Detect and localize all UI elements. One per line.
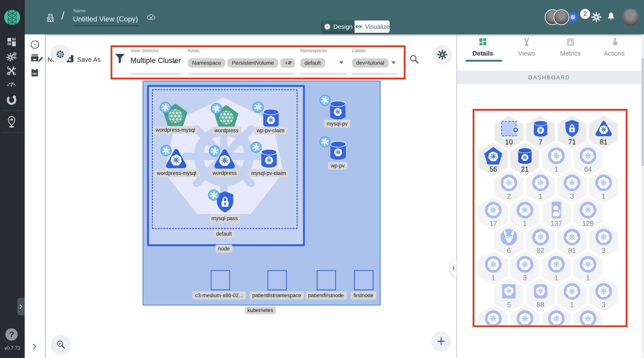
cylinder-component[interactable] — [328, 140, 348, 161]
node-square[interactable] — [354, 270, 374, 290]
component-label: c3-medium-x86-02... — [192, 291, 246, 299]
cylinder-component[interactable] — [328, 100, 348, 121]
meshery-spiral-badge-icon — [208, 189, 220, 201]
tab-views[interactable]: Views — [505, 37, 548, 57]
hex-k8s-circle[interactable]: 2 — [494, 170, 524, 203]
hex-count: 1 — [574, 274, 602, 282]
hex-k8s-circle[interactable]: 1 — [558, 278, 586, 312]
hex-count: 81 — [558, 247, 586, 255]
hex-k8s-circle[interactable] — [542, 306, 571, 325]
k8s-circle-icon — [579, 309, 597, 325]
tab-label: Metrics — [560, 50, 580, 57]
k8s-circle-icon — [500, 174, 518, 192]
panel-scrollbar-thumb[interactable] — [642, 58, 644, 166]
component-label: wordpress-mysql — [153, 126, 198, 134]
hex-k8s-circle[interactable]: 1 — [479, 251, 508, 285]
hex-k8s-circle[interactable]: 1 — [589, 170, 618, 203]
meshery-spiral-badge-icon — [160, 145, 172, 157]
hex-k8s-circle[interactable] — [479, 306, 508, 325]
hex-count: 2 — [494, 192, 524, 200]
tab-actions[interactable]: Actions — [592, 37, 636, 57]
hex-k8s-roundsquare[interactable]: 88 — [526, 278, 555, 312]
cylinder-component[interactable] — [260, 148, 279, 169]
hex-count: 1 — [589, 192, 618, 200]
hex-count: 3 — [589, 301, 618, 309]
hex-rounded-triangle[interactable]: 81 — [589, 116, 618, 149]
k8s-circle-icon — [547, 255, 566, 273]
node-square[interactable] — [268, 270, 287, 290]
namespace-container-label: default — [213, 230, 234, 238]
hex-k8s-circle[interactable]: 1 — [542, 251, 571, 285]
hex-k8s-circle[interactable]: 82 — [526, 224, 555, 257]
hex-pvc-cylinder[interactable]: 7 — [526, 116, 555, 149]
k8s-circle-icon — [484, 309, 502, 325]
node-square[interactable] — [211, 270, 230, 290]
tab-views-icon — [522, 37, 532, 47]
hex-k8s-circle[interactable] — [574, 306, 602, 325]
component-label: mysql-pass — [209, 215, 241, 222]
hex-namespace-dashed[interactable]: 10 — [494, 116, 524, 149]
hex-count: 10 — [494, 138, 524, 146]
hex-count: 1 — [542, 165, 571, 173]
k8s-circle-icon — [594, 282, 613, 300]
hex-horned-face[interactable]: 6 — [494, 224, 524, 257]
hex-count: 137 — [542, 220, 571, 228]
node-square[interactable] — [317, 270, 336, 290]
component-flower-button[interactable] — [50, 45, 70, 64]
add-button[interactable] — [432, 331, 451, 351]
meshery-spiral-badge-icon — [250, 141, 262, 153]
hex-k8s-circle[interactable]: 3 — [589, 224, 618, 257]
hex-k8s-circle[interactable]: 1 — [510, 197, 540, 230]
cylinder-component[interactable] — [261, 108, 280, 129]
node-pentagon-icon — [484, 147, 502, 165]
hex-k8s-circle[interactable]: 1 — [526, 170, 555, 203]
hex-node-pentagon[interactable]: 56 — [479, 143, 508, 176]
k8s-circle-icon — [563, 282, 581, 300]
k8s-circle-icon — [563, 228, 581, 246]
hex-count: 1 — [479, 274, 508, 282]
hex-count: 17 — [479, 220, 508, 228]
component-label: mysql-pv — [324, 120, 350, 128]
meshery-spiral-badge-icon — [252, 101, 264, 113]
k8s-circle-icon — [563, 174, 581, 192]
hex-k8s-square[interactable]: 5 — [494, 278, 524, 312]
hex-k8s-circle[interactable]: 129 — [574, 197, 602, 230]
tab-actions-icon — [609, 37, 619, 47]
hex-k8s-circle[interactable]: 81 — [558, 224, 586, 257]
k8s-circle-icon — [484, 201, 502, 219]
k8s-circle-icon — [516, 255, 534, 273]
component-label: patientfirstnode — [306, 291, 346, 299]
hex-pv-cylinder[interactable]: 21 — [510, 143, 540, 176]
collaborator-avatar[interactable] — [554, 9, 569, 25]
hex-k8s-circle[interactable]: 3 — [510, 251, 540, 285]
hex-secret-shield[interactable]: 71 — [558, 116, 586, 149]
details-panel-tabs: DetailsViewsMetricsActions — [461, 37, 636, 57]
component-label: firstnode — [351, 291, 376, 299]
hex-k8s-circle[interactable]: 17 — [479, 197, 508, 230]
hex-k8s-circle[interactable]: 3 — [558, 170, 586, 203]
component-label: wordpress-mysql — [154, 169, 199, 177]
secret-shield-icon — [563, 120, 581, 138]
tab-metrics-icon — [566, 37, 576, 47]
zoom-in-button[interactable] — [51, 335, 70, 354]
tab-details[interactable]: Details — [461, 37, 505, 57]
k8s-roundsquare-icon — [532, 282, 550, 300]
hex-count: 21 — [510, 165, 540, 173]
k8s-circle-icon — [579, 201, 597, 219]
hex-k8s-circle[interactable]: 3 — [589, 278, 618, 312]
pvc-cylinder-icon — [532, 120, 550, 138]
hex-k8s-circle[interactable]: 1 — [574, 251, 602, 285]
namespace-dashed-icon — [500, 120, 518, 138]
hex-count: 1 — [526, 192, 555, 200]
k8s-square-icon — [500, 282, 518, 300]
hex-person-card[interactable]: 137 — [542, 197, 571, 230]
hex-count: 1 — [510, 220, 540, 228]
hex-k8s-circle[interactable]: 64 — [574, 143, 602, 176]
hex-count: 64 — [574, 165, 602, 173]
tab-metrics[interactable]: Metrics — [548, 37, 592, 57]
k8s-circle-icon — [594, 174, 613, 192]
component-label: wordpress — [210, 169, 240, 177]
hex-count: 129 — [574, 220, 602, 228]
hex-k8s-circle[interactable] — [510, 306, 540, 325]
hex-k8s-circle[interactable]: 1 — [542, 143, 571, 176]
